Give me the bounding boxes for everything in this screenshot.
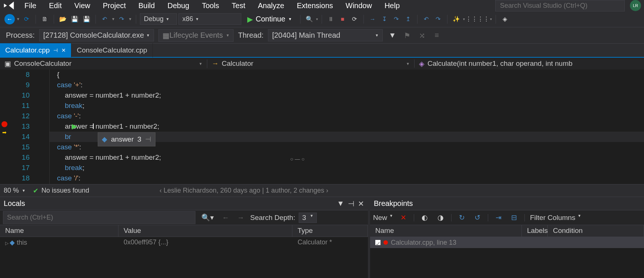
step-over-icon[interactable]: ↷ — [391, 14, 402, 24]
menu-build[interactable]: Build — [133, 0, 161, 11]
redo-icon[interactable]: ↷ — [117, 14, 127, 24]
breakpoint-icon[interactable] — [1, 121, 7, 127]
continue-button[interactable]: ▶ Continue ▼ — [243, 13, 296, 25]
menu-window[interactable]: Window — [340, 0, 378, 11]
locals-search-input[interactable] — [3, 211, 195, 224]
intellicode-icon[interactable]: ◈ — [500, 14, 510, 24]
goto-source-icon[interactable]: ⇥ — [493, 213, 504, 223]
code-area[interactable]: { case '+': answer = number1 + number2; … — [50, 70, 644, 184]
find-in-files-icon[interactable]: 🔍 — [304, 14, 315, 24]
new-breakpoint-button[interactable]: New▼ — [373, 214, 393, 222]
menu-extensions[interactable]: Extensions — [291, 0, 339, 11]
tools-icon[interactable]: ⋮⋮ — [466, 14, 477, 24]
menu-debug[interactable]: Debug — [161, 0, 195, 11]
flag-icon[interactable]: ⚑ — [402, 30, 412, 41]
snapshot-icon[interactable]: ✨ — [451, 14, 462, 24]
search-icon[interactable]: 🔍▾ — [199, 213, 216, 223]
close-icon[interactable]: ✕ — [61, 47, 66, 53]
menu-edit[interactable]: Edit — [43, 0, 67, 11]
open-icon[interactable]: 📂 — [58, 14, 68, 24]
restart-icon[interactable]: ⟳ — [349, 14, 360, 24]
chevron-down-icon[interactable]: ▼ — [288, 17, 292, 21]
stop-icon[interactable]: ■ — [338, 14, 348, 24]
run-to-icon[interactable]: ▶ — [72, 121, 77, 132]
save-all-icon[interactable]: 💾 — [81, 14, 92, 24]
pin-icon[interactable]: ⊣ — [145, 134, 151, 145]
breakpoint-gutter[interactable]: ➡ — [0, 70, 9, 184]
variable-icon: ◆ — [102, 134, 107, 145]
menu-file[interactable]: File — [19, 0, 42, 11]
platform-dropdown[interactable]: x86▼ — [178, 13, 241, 25]
filter-icon[interactable]: ▼ — [387, 30, 398, 41]
close-icon[interactable]: ✕ — [358, 199, 364, 208]
config-dropdown[interactable]: Debug▼ — [140, 13, 177, 25]
chevron-down-icon[interactable]: ▼ — [128, 17, 132, 21]
nav-forward-icon[interactable]: → — [235, 213, 246, 223]
step-out-icon[interactable]: ↥ — [403, 14, 413, 24]
chevron-left-icon[interactable]: ‹ — [160, 187, 164, 194]
expand-icon[interactable]: ▷ — [5, 241, 10, 246]
col-value[interactable]: Value — [118, 225, 292, 237]
main-toolbar: ← ▼ ⟳ 🗎 📂 💾 💾 ↶ ▼ ↷ ▼ Debug▼ x86▼ ▶ Cont… — [0, 11, 644, 27]
nav-forward-button[interactable]: ⟳ — [21, 14, 32, 24]
nav-class[interactable]: → Calculator▼ — [207, 60, 415, 68]
export-icon[interactable]: ↻ — [457, 213, 467, 223]
debug-tooltip[interactable]: ◆ answer 3 ⊣ — [98, 132, 155, 146]
tab-calculator[interactable]: Calculator.cpp ⊣ ✕ — [0, 43, 71, 57]
global-search-input[interactable] — [495, 0, 625, 11]
nav-method[interactable]: ◈ Calculate(int number1, char operand, i… — [415, 60, 644, 68]
goto-disasm-icon[interactable]: ⊟ — [509, 213, 519, 223]
breakpoint-row[interactable]: ✓ Calculator.cpp, line 13 — [370, 237, 644, 248]
col-name[interactable]: Name — [370, 225, 522, 237]
step-into-icon[interactable]: ↧ — [379, 14, 390, 24]
checkbox[interactable]: ✓ — [375, 240, 380, 245]
nav-project[interactable]: ▣ ConsoleCalculator▼ — [0, 60, 207, 68]
disable-all-icon[interactable]: ◑ — [435, 213, 446, 223]
pause-icon[interactable]: ⏸ — [326, 14, 336, 24]
codelens-blame[interactable]: ‹ Leslie Richardson, 260 days ago | 1 au… — [160, 187, 328, 194]
pin-icon[interactable]: ⊣ — [53, 47, 58, 53]
chevron-right-icon[interactable]: › — [326, 187, 328, 194]
delete-breakpoint-icon[interactable]: ✕ — [398, 213, 409, 223]
filter-columns-button[interactable]: Filter Columns▼ — [530, 214, 581, 222]
undo-debug-icon[interactable]: ↶ — [421, 14, 432, 24]
locals-row[interactable]: ▷ ◆ this 0x00eff957 {...} Calculator * — [0, 237, 368, 248]
menu-tools[interactable]: Tools — [196, 0, 225, 11]
col-condition[interactable]: Condition — [548, 225, 644, 237]
chevron-down-icon[interactable]: ▼ — [16, 17, 20, 21]
run-to-click-icon[interactable]: ○—○ — [290, 154, 306, 164]
threads-icon[interactable]: ⤨ — [417, 30, 427, 41]
tools2-icon[interactable]: ⋮⋮ — [478, 14, 489, 24]
nav-back-icon[interactable]: ← — [220, 213, 231, 223]
tab-consolecalculator[interactable]: ConsoleCalculator.cpp — [71, 43, 152, 57]
undo-icon[interactable]: ↶ — [100, 14, 110, 24]
code-editor[interactable]: ➡ 8910 111213 141516 1718 { case '+': an… — [0, 70, 644, 184]
col-type[interactable]: Type — [292, 225, 368, 237]
zoom-dropdown[interactable]: 80 %▼ — [4, 187, 26, 194]
save-icon[interactable]: 💾 — [70, 14, 80, 24]
show-next-icon[interactable]: → — [368, 14, 378, 24]
menu-analyze[interactable]: Analyze — [252, 0, 290, 11]
user-avatar[interactable]: LR — [630, 0, 641, 11]
new-file-icon[interactable]: 🗎 — [40, 14, 50, 24]
menu-test[interactable]: Test — [226, 0, 251, 11]
col-labels[interactable]: Labels — [522, 225, 548, 237]
menu-help[interactable]: Help — [379, 0, 406, 11]
lifecycle-dropdown[interactable]: ▦ Lifecycle Events▼ — [158, 29, 234, 42]
process-dropdown[interactable]: [27128] ConsoleCalculator.exe▼ — [39, 29, 154, 41]
chevron-down-icon[interactable]: ▼ — [337, 199, 344, 208]
stack-icon[interactable]: ≡ — [432, 30, 442, 41]
pin-icon[interactable]: ⊣ — [348, 199, 354, 208]
thread-dropdown[interactable]: [20404] Main Thread▼ — [268, 29, 383, 41]
search-depth-dropdown[interactable]: 3▼ — [299, 213, 316, 223]
import-icon[interactable]: ↺ — [472, 213, 483, 223]
debug-location-bar: Process: [27128] ConsoleCalculator.exe▼ … — [0, 27, 644, 44]
menu-view[interactable]: View — [68, 0, 96, 11]
chevron-down-icon[interactable]: ▼ — [111, 17, 115, 21]
nav-back-button[interactable]: ← — [4, 14, 15, 24]
redo-debug-icon[interactable]: ↷ — [433, 14, 443, 24]
breakpoints-grid-header: Name Labels Condition — [370, 225, 644, 237]
col-name[interactable]: Name — [0, 225, 118, 237]
enable-all-icon[interactable]: ◐ — [419, 213, 430, 223]
menu-project[interactable]: Project — [97, 0, 132, 11]
